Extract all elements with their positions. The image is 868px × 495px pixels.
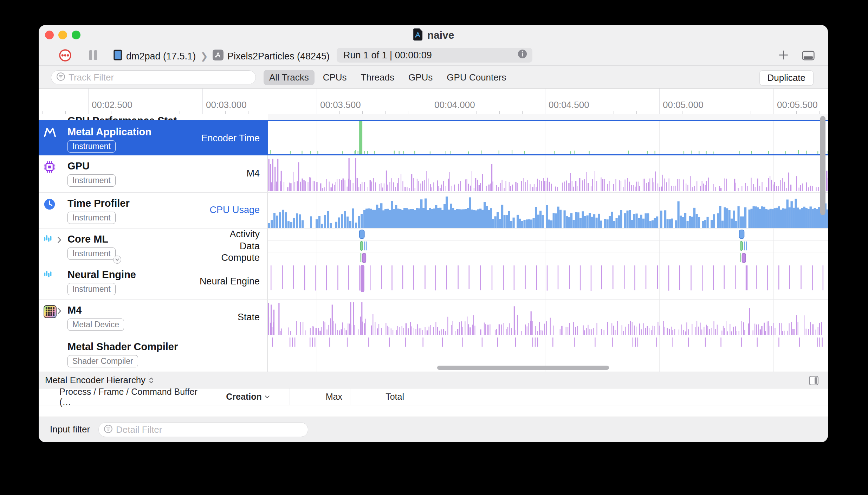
column-header-max[interactable]: Max: [290, 388, 350, 405]
track-row-metal-application[interactable]: Metal ApplicationInstrumentEncoder Time: [39, 120, 828, 155]
ruler-minor-tick: [180, 111, 180, 114]
toggle-extended-detail-button[interactable]: [809, 375, 819, 387]
track-chart-core-ml[interactable]: [268, 229, 828, 264]
track-header[interactable]: Metal ApplicationInstrumentEncoder Time: [39, 121, 268, 154]
detail-filter-field[interactable]: [98, 422, 308, 437]
ruler-time-label: 00:03.500: [320, 99, 361, 110]
input-filter-label: Input filter: [50, 424, 90, 435]
track-chart-canvas: [268, 193, 828, 228]
detail-filter-input[interactable]: [116, 424, 303, 435]
track-header[interactable]: Time ProfilerInstrumentCPU Usage: [39, 193, 268, 228]
ruler-minor-tick: [339, 111, 340, 114]
info-icon[interactable]: [517, 49, 527, 62]
tab-gpus[interactable]: GPUs: [403, 70, 438, 85]
filter-icon: [104, 424, 113, 435]
track-filter-input[interactable]: [69, 72, 251, 83]
lane-label-data: Data: [240, 241, 260, 252]
timeline-ruler[interactable]: 00:02.50000:03.00000:03.50000:04.00000:0…: [39, 89, 828, 114]
track-header[interactable]: Core MLInstrumentActivityDataCompute: [39, 229, 268, 264]
track-header[interactable]: GPU Performance Stat: [39, 114, 268, 120]
track-header[interactable]: M4Metal DeviceState: [39, 300, 268, 336]
lane-label-state: State: [238, 312, 260, 323]
track-type-badge: Instrument: [67, 212, 116, 224]
ruler-minor-tick: [157, 111, 157, 114]
tab-all-tracks[interactable]: All Tracks: [264, 70, 315, 85]
track-type-badge: Instrument: [67, 140, 116, 153]
track-chart-time-profiler[interactable]: [268, 193, 828, 228]
disclosure-chevron-icon[interactable]: [57, 236, 62, 245]
ruler-minor-tick: [819, 111, 820, 114]
track-chart: [268, 114, 828, 120]
ruler-minor-tick: [454, 111, 454, 114]
track-name: Core ML: [67, 233, 108, 245]
track-filter-field[interactable]: [51, 70, 256, 84]
track-row-gpu-performance-stat[interactable]: GPU Performance Stat: [39, 114, 828, 120]
column-header-creation[interactable]: Creation: [206, 388, 290, 405]
track-scope-tabs: All TracksCPUsThreadsGPUsGPU Counters: [264, 70, 512, 85]
record-button[interactable]: [59, 49, 72, 63]
ruler-minor-tick: [728, 111, 728, 114]
track-header[interactable]: GPUInstrumentM4: [39, 155, 268, 192]
ruler-minor-tick: [225, 111, 226, 114]
track-header[interactable]: Neural EngineInstrumentNeural Engine: [39, 264, 268, 299]
toolbar: dm2pad (17.5.1) ❯ Pixels2Particles (4824…: [39, 45, 828, 65]
ruler-minor-tick: [477, 111, 477, 114]
track-chart-gpu[interactable]: [268, 155, 828, 192]
detail-table-body[interactable]: [39, 405, 828, 417]
column-header-process[interactable]: Process / Frame / Command Buffer (…: [39, 388, 206, 405]
target-selector[interactable]: dm2pad (17.5.1) ❯ Pixels2Particles (4824…: [113, 49, 330, 63]
add-instrument-button[interactable]: [778, 49, 789, 62]
tab-gpu-counters[interactable]: GPU Counters: [441, 70, 512, 85]
filter-icon: [56, 72, 65, 83]
track-chart-metal-application[interactable]: [268, 121, 828, 154]
gpu-icon: [44, 161, 56, 174]
run-info-field[interactable]: Run 1 of 1 | 00:00:09: [337, 48, 532, 63]
pause-button[interactable]: [89, 50, 98, 62]
track-header[interactable]: Metal Shader CompilerShader Compiler: [39, 336, 268, 372]
detail-table-header: Process / Frame / Command Buffer (… Crea…: [39, 388, 828, 405]
disclosure-chevron-icon[interactable]: [57, 307, 62, 316]
horizontal-scrollbar[interactable]: [437, 366, 609, 370]
toggle-detail-pane-button[interactable]: [802, 51, 815, 62]
track-row-core-ml[interactable]: Core MLInstrumentActivityDataCompute: [39, 229, 828, 264]
track-chart-neural-engine[interactable]: [268, 264, 828, 299]
duplicate-button[interactable]: Duplicate: [759, 70, 814, 85]
vertical-scrollbar[interactable]: [820, 116, 825, 215]
track-row-neural-engine[interactable]: Neural EngineInstrumentNeural Engine: [39, 264, 828, 300]
track-chart-m4[interactable]: [268, 300, 828, 336]
ruler-time-label: 00:03.000: [206, 99, 247, 110]
title-bar: naive: [39, 25, 828, 45]
bottom-filter-bar: Input filter: [39, 417, 828, 442]
tab-threads[interactable]: Threads: [355, 70, 400, 85]
track-name: GPU Performance Stat: [67, 115, 177, 120]
coreml-icon: [44, 270, 54, 280]
track-row-time-profiler[interactable]: Time ProfilerInstrumentCPU Usage: [39, 193, 828, 229]
ruler-gridline: [431, 89, 431, 114]
detail-pane-header: Metal Encoder Hierarchy: [39, 372, 828, 388]
column-header-total[interactable]: Total: [350, 388, 411, 405]
track-row-gpu[interactable]: GPUInstrumentM4: [39, 155, 828, 193]
ruler-time-label: 00:05.000: [663, 99, 704, 110]
ruler-minor-tick: [362, 111, 363, 114]
instruments-window: naive dm2pad (17.5.1) ❯ Pixels2Particles…: [39, 25, 828, 442]
ruler-minor-tick: [294, 111, 294, 114]
track-type-badge: Instrument: [67, 248, 116, 260]
lane-label-neural-engine: Neural Engine: [200, 276, 260, 287]
track-type-badge: Instrument: [67, 283, 116, 295]
detail-view-selector[interactable]: Metal Encoder Hierarchy: [45, 375, 154, 386]
ruler-minor-tick: [591, 111, 591, 114]
track-row-metal-shader-compiler[interactable]: Metal Shader CompilerShader Compiler: [39, 336, 828, 372]
track-type-badge: Shader Compiler: [67, 355, 138, 367]
ruler-minor-tick: [751, 111, 751, 114]
tab-cpus[interactable]: CPUs: [317, 70, 352, 85]
lane-label-compute: Compute: [221, 252, 260, 263]
trace-document-icon: [413, 28, 423, 42]
ruler-minor-tick: [614, 111, 614, 114]
lane-label-encoder-time: Encoder Time: [201, 133, 260, 144]
ruler-gridline: [202, 89, 203, 114]
track-filter-bar: All TracksCPUsThreadsGPUsGPU Counters Du…: [39, 65, 828, 89]
badge-menu-chevron[interactable]: [113, 256, 121, 264]
ruler-time-label: 00:04.500: [549, 99, 589, 110]
track-row-m4[interactable]: M4Metal DeviceState: [39, 300, 828, 336]
ruler-minor-tick: [682, 111, 682, 114]
